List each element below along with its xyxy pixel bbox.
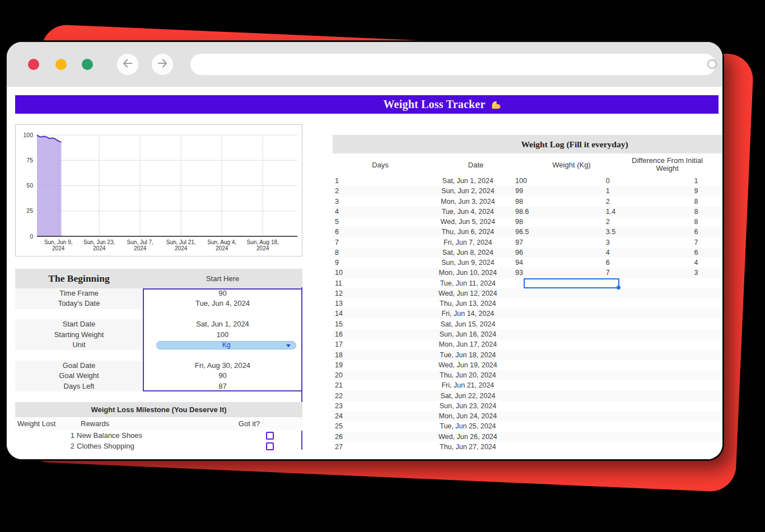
edge-cell[interactable] — [694, 411, 722, 421]
day-cell[interactable]: 9 — [333, 258, 423, 268]
edge-cell[interactable]: 6 — [694, 248, 722, 258]
day-cell[interactable]: 19 — [333, 360, 423, 370]
weight-cell[interactable] — [513, 401, 604, 411]
weight-cell[interactable] — [513, 411, 604, 421]
edge-cell[interactable] — [694, 339, 722, 349]
date-cell[interactable]: Sat, Jun 8, 2024 — [423, 248, 513, 258]
date-cell[interactable]: Fri, Jun 14, 2024 — [423, 309, 513, 319]
weight-cell[interactable]: 94 — [513, 258, 604, 268]
date-cell[interactable]: Thu, Jun 20, 2024 — [423, 370, 513, 380]
difference-cell[interactable] — [604, 360, 694, 370]
day-cell[interactable]: 20 — [333, 370, 423, 380]
edge-cell[interactable]: 6 — [694, 227, 722, 237]
field-value-cell[interactable]: 87 — [143, 381, 302, 391]
day-cell[interactable]: 22 — [333, 391, 423, 401]
day-cell[interactable]: 27 — [333, 442, 423, 452]
weight-cell[interactable] — [513, 360, 604, 370]
date-cell[interactable]: Mon, Jun 10, 2024 — [423, 268, 513, 278]
edge-cell[interactable]: 8 — [694, 207, 722, 217]
date-cell[interactable]: Sat, Jun 15, 2024 — [423, 319, 513, 329]
field-value-cell[interactable] — [143, 309, 302, 319]
close-window-button[interactable] — [28, 59, 39, 70]
date-cell[interactable]: Thu, Jun 6, 2024 — [423, 227, 513, 237]
fill-handle[interactable] — [617, 286, 621, 290]
edge-cell[interactable]: 7 — [694, 237, 722, 248]
day-cell[interactable]: 17 — [333, 339, 423, 349]
date-cell[interactable]: Wed, Jun 12, 2024 — [423, 288, 513, 298]
got-it-checkbox[interactable] — [266, 442, 274, 450]
edge-cell[interactable] — [694, 421, 722, 431]
day-cell[interactable]: 1 — [333, 176, 423, 186]
date-cell[interactable]: Sun, Jun 16, 2024 — [423, 329, 513, 339]
forward-button[interactable] — [152, 54, 173, 75]
edge-cell[interactable] — [694, 360, 722, 370]
weight-cell[interactable]: 96.5 — [513, 227, 604, 237]
day-cell[interactable]: 6 — [333, 227, 423, 237]
date-cell[interactable]: Mon, Jun 17, 2024 — [423, 339, 513, 349]
difference-cell[interactable]: 4 — [604, 248, 694, 258]
day-cell[interactable]: 5 — [333, 217, 423, 227]
difference-cell[interactable] — [604, 298, 694, 309]
difference-cell[interactable]: 2 — [604, 217, 694, 227]
edge-cell[interactable] — [694, 370, 722, 380]
selected-cell[interactable] — [524, 278, 619, 288]
edge-cell[interactable]: 4 — [694, 258, 722, 268]
unit-dropdown[interactable]: Kg — [156, 341, 296, 349]
date-cell[interactable]: Sat, Jun 22, 2024 — [423, 391, 513, 401]
difference-cell[interactable]: 1 — [604, 186, 694, 196]
weight-cell[interactable] — [513, 288, 604, 298]
day-cell[interactable]: 4 — [333, 207, 423, 217]
weight-cell[interactable] — [513, 391, 604, 401]
difference-cell[interactable]: 3.5 — [604, 227, 694, 237]
maximize-window-button[interactable] — [82, 59, 93, 70]
edge-cell[interactable] — [694, 391, 722, 401]
date-cell[interactable]: Thu, Jun 27, 2024 — [423, 442, 513, 452]
weight-cell[interactable] — [513, 309, 604, 319]
field-value-cell[interactable]: 90 — [143, 288, 302, 298]
date-cell[interactable]: Tue, Jun 4, 2024 — [423, 207, 513, 217]
date-cell[interactable]: Wed, Jun 26, 2024 — [423, 432, 513, 442]
weight-cell[interactable] — [513, 329, 604, 339]
day-cell[interactable]: 8 — [333, 248, 423, 258]
date-cell[interactable]: Sun, Jun 2, 2024 — [423, 186, 513, 196]
day-cell[interactable]: 18 — [333, 350, 423, 360]
difference-cell[interactable] — [604, 329, 694, 339]
difference-cell[interactable] — [604, 401, 694, 411]
edge-cell[interactable] — [694, 288, 722, 298]
difference-cell[interactable] — [604, 421, 694, 431]
difference-cell[interactable]: 2 — [604, 197, 694, 207]
field-value-cell[interactable]: Tue, Jun 4, 2024 — [143, 298, 302, 309]
date-cell[interactable]: Fri, Jun 7, 2024 — [423, 237, 513, 248]
weight-cell[interactable] — [513, 421, 604, 431]
day-cell[interactable]: 23 — [333, 401, 423, 411]
weight-cell[interactable] — [513, 380, 604, 390]
edge-cell[interactable]: 8 — [694, 217, 722, 227]
difference-cell[interactable] — [604, 432, 694, 442]
day-cell[interactable]: 3 — [333, 197, 423, 207]
difference-cell[interactable] — [604, 391, 694, 401]
weight-cell[interactable] — [513, 442, 604, 452]
date-cell[interactable]: Sun, Jun 23, 2024 — [423, 401, 513, 411]
edge-cell[interactable]: 9 — [694, 186, 722, 196]
weight-cell[interactable] — [513, 350, 604, 360]
day-cell[interactable]: 26 — [333, 432, 423, 442]
difference-cell[interactable] — [604, 319, 694, 329]
day-cell[interactable]: 24 — [333, 411, 423, 421]
got-it-checkbox[interactable] — [266, 432, 274, 440]
edge-cell[interactable] — [694, 350, 722, 360]
url-bar[interactable] — [190, 54, 716, 75]
date-cell[interactable]: Tue, Jun 18, 2024 — [423, 350, 513, 360]
date-cell[interactable]: Tue, Jun 25, 2024 — [423, 421, 513, 431]
field-value-cell[interactable]: Fri, Aug 30, 2024 — [143, 361, 302, 371]
day-cell[interactable]: 11 — [333, 278, 423, 288]
weight-cell[interactable] — [513, 370, 604, 380]
difference-cell[interactable]: 3 — [604, 237, 694, 248]
date-cell[interactable]: Thu, Jun 13, 2024 — [423, 298, 513, 309]
difference-cell[interactable]: 1.4 — [604, 207, 694, 217]
date-cell[interactable]: Mon, Jun 3, 2024 — [423, 197, 513, 207]
day-cell[interactable]: 25 — [333, 421, 423, 431]
day-cell[interactable]: 21 — [333, 380, 423, 390]
date-cell[interactable]: Wed, Jun 19, 2024 — [423, 360, 513, 370]
day-cell[interactable]: 13 — [333, 298, 423, 309]
weight-cell[interactable]: 98 — [513, 217, 604, 227]
